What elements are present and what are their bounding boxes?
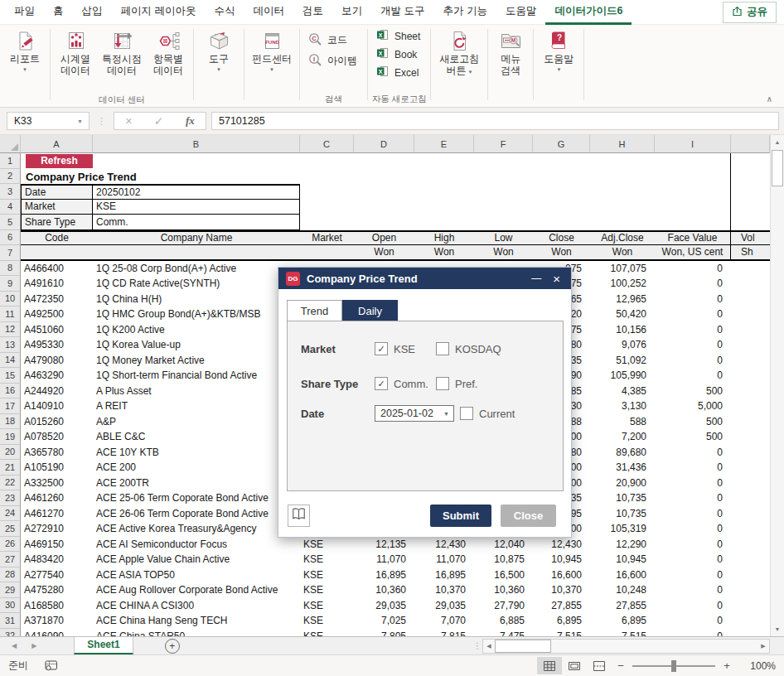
grid-cell[interactable]: [655, 153, 731, 169]
ribbon-tab[interactable]: 파일: [5, 0, 44, 25]
cancel-icon[interactable]: ×: [125, 114, 132, 128]
grid-cell[interactable]: Won: [414, 245, 474, 261]
grid-cell[interactable]: [731, 384, 770, 399]
row-header[interactable]: 20: [0, 445, 21, 461]
insert-function-icon[interactable]: fx: [186, 114, 195, 128]
row-header[interactable]: 14: [0, 353, 21, 369]
grid-cell[interactable]: 51,092: [590, 353, 655, 369]
current-checkbox[interactable]: [460, 407, 473, 420]
scroll-right-icon[interactable]: ▶: [757, 643, 769, 649]
grid-cell[interactable]: ACE Aug Rollover Corporate Bond Active: [93, 582, 300, 598]
close-button[interactable]: Close: [501, 505, 556, 527]
grid-cell[interactable]: [590, 184, 655, 200]
ribbon-tab[interactable]: 데이터: [244, 0, 293, 25]
row-header[interactable]: 25: [0, 521, 21, 537]
grid-cell[interactable]: 0: [655, 307, 731, 322]
grid-cell[interactable]: A475280: [21, 582, 93, 598]
row-header[interactable]: 19: [0, 429, 21, 445]
grid-cell[interactable]: A105190: [21, 460, 93, 476]
grid-cell[interactable]: A469150: [21, 537, 93, 553]
grid-cell[interactable]: 7,475: [474, 629, 533, 637]
grid-cell[interactable]: Code: [21, 230, 93, 246]
row-header[interactable]: 6: [0, 230, 21, 246]
grid-cell[interactable]: Date: [21, 184, 93, 200]
ribbon-tab[interactable]: 개발 도구: [371, 0, 433, 25]
grid-cell[interactable]: 0: [655, 598, 731, 614]
grid-cell[interactable]: KSE: [300, 567, 354, 583]
grid-cell[interactable]: 10,156: [590, 322, 655, 338]
column-header[interactable]: I: [655, 135, 731, 153]
grid-cell[interactable]: KSE: [300, 598, 354, 614]
grid-cell[interactable]: 10,370: [533, 582, 590, 598]
tabbar-resize-handle[interactable]: ⋮: [473, 637, 482, 654]
grid-cell[interactable]: 500: [655, 429, 731, 445]
grid-cell[interactable]: 11,070: [354, 552, 414, 567]
ribbon-tab[interactable]: 검토: [293, 0, 332, 25]
zoom-level[interactable]: 100%: [739, 660, 776, 672]
grid-cell[interactable]: 1Q China H(H): [93, 292, 300, 307]
date-dropdown[interactable]: 2025-01-02 ▼: [375, 405, 454, 422]
grid-cell[interactable]: ACE China Hang Seng TECH: [93, 613, 300, 629]
sheet-tab-sheet1[interactable]: Sheet1: [74, 637, 133, 654]
grid-cell[interactable]: [731, 567, 770, 583]
grid-cell[interactable]: 7,200: [590, 429, 655, 445]
grid-cell[interactable]: ACE China STAR50: [93, 629, 300, 637]
auto-refresh-excel-button[interactable]: X Excel: [370, 64, 428, 82]
grid-cell[interactable]: [731, 629, 770, 637]
grid-cell[interactable]: A277540: [21, 567, 93, 583]
grid-cell[interactable]: [354, 184, 414, 200]
grid-cell[interactable]: 6,885: [474, 613, 533, 629]
column-header[interactable]: H: [590, 135, 655, 153]
grid-cell[interactable]: 29,035: [354, 598, 414, 614]
grid-cell[interactable]: [414, 153, 474, 169]
row-header[interactable]: 9: [0, 276, 21, 292]
grid-cell[interactable]: 10,735: [590, 490, 655, 506]
row-header[interactable]: 32: [0, 629, 21, 637]
grid-cell[interactable]: [731, 429, 770, 445]
grid-cell[interactable]: 105,319: [590, 521, 655, 537]
row-header[interactable]: 18: [0, 414, 21, 430]
grid-cell[interactable]: 10,735: [590, 506, 655, 522]
grid-cell[interactable]: 9,076: [590, 337, 655, 353]
grid-cell[interactable]: 1Q CD Rate Active(SYNTH): [93, 276, 300, 292]
grid-cell[interactable]: [533, 184, 590, 200]
grid-cell[interactable]: 50,420: [590, 307, 655, 322]
grid-cell[interactable]: 500: [655, 414, 731, 430]
row-header[interactable]: 30: [0, 598, 21, 614]
grid-cell[interactable]: 0: [655, 506, 731, 522]
grid-cell[interactable]: [731, 582, 770, 598]
grid-cell[interactable]: 0: [655, 460, 731, 476]
pointintime-data-button[interactable]: 특정시점 데이터: [99, 25, 145, 94]
grid-cell[interactable]: 0: [655, 276, 731, 292]
grid-cell[interactable]: 16,600: [533, 567, 590, 583]
row-header[interactable]: 24: [0, 506, 21, 522]
ribbon-tab[interactable]: 홈: [44, 0, 73, 25]
grid-cell[interactable]: 12,965: [590, 292, 655, 307]
grid-cell[interactable]: A483420: [21, 552, 93, 567]
grid-cell[interactable]: 0: [655, 337, 731, 353]
grid-cell[interactable]: [731, 490, 770, 506]
grid-cell[interactable]: [731, 169, 770, 185]
grid-cell[interactable]: 5,000: [655, 398, 731, 414]
grid-cell[interactable]: A371870: [21, 613, 93, 629]
grid-cell[interactable]: A078520: [21, 429, 93, 445]
ribbon-tab[interactable]: 보기: [332, 0, 371, 25]
zoom-in-button[interactable]: +: [718, 659, 736, 672]
dialog-titlebar[interactable]: DG Company Price Trend — ×: [278, 268, 571, 289]
grid-cell[interactable]: 11,070: [414, 552, 474, 567]
grid-cell[interactable]: 0: [655, 629, 731, 637]
manual-button[interactable]: [288, 505, 310, 527]
grid-cell[interactable]: 29,035: [414, 598, 474, 614]
grid-cell[interactable]: [731, 521, 770, 537]
grid-cell[interactable]: A492500: [21, 307, 93, 322]
grid-cell[interactable]: A140910: [21, 398, 93, 414]
grid-cell[interactable]: Open: [354, 230, 414, 246]
grid-cell[interactable]: ACE Apple Value Chain Active: [93, 552, 300, 567]
share-button[interactable]: 공유: [723, 2, 777, 23]
grid-cell[interactable]: 10,945: [590, 552, 655, 567]
grid-cell[interactable]: 16,895: [354, 567, 414, 583]
fund-center-button[interactable]: FUND 펀드센터 ▼: [246, 25, 298, 94]
grid-cell[interactable]: A491610: [21, 276, 93, 292]
grid-cell[interactable]: 16,895: [414, 567, 474, 583]
row-header[interactable]: 17: [0, 398, 21, 414]
